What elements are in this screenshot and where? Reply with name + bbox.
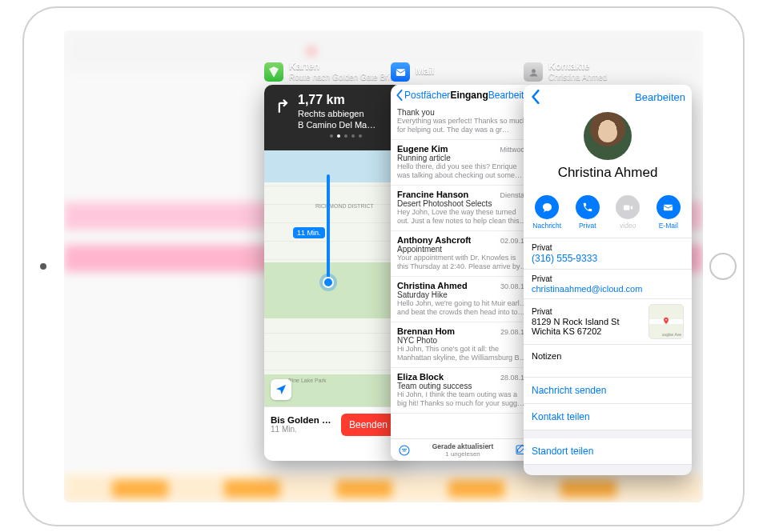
mail-subject: Appointment [397, 245, 528, 254]
stack-header-maps[interactable]: Karten Route nach Golden Gate Bri… [264, 58, 398, 86]
contact-action-call-label: Privat [579, 222, 596, 230]
svg-point-3 [532, 69, 536, 73]
mail-sender: Eugene Kim [397, 144, 448, 154]
maps-current-location-dot [323, 277, 334, 288]
maps-app-subtitle: Route nach Golden Gate Bri… [289, 73, 398, 82]
contact-action-call[interactable]: Privat [570, 195, 605, 230]
mail-subject: Team outing success [397, 382, 528, 390]
mail-filter-button[interactable] [397, 443, 412, 458]
camera-dot [40, 263, 46, 270]
ipad-screen: Karten Route nach Golden Gate Bri… 1,77 … [64, 30, 703, 502]
mail-subject: Saturday Hike [397, 290, 528, 299]
maps-page-dots[interactable] [298, 131, 394, 142]
location-arrow-icon [275, 383, 287, 396]
contact-address-row[interactable]: Privat 8129 N Rock Island St Wichita KS … [524, 299, 692, 345]
map-label-park: Pine Lake Park [288, 378, 326, 383]
contact-email-label: Privat [532, 274, 684, 283]
contacts-app-icon [524, 62, 543, 82]
turn-right-icon [271, 94, 291, 115]
maps-instruction: Rechts abbiegen B Camino Del Ma… [298, 109, 394, 131]
maps-eta-badge: 11 Min. [293, 227, 325, 238]
maps-app-icon [264, 62, 283, 82]
contact-navbar: Bearbeiten [524, 85, 692, 109]
stack-header-mail[interactable]: Mail [391, 58, 434, 86]
map-label-district: RICHMOND DISTRICT [315, 203, 374, 210]
contact-address-map-thumbnail[interactable]: ouglas Ave [649, 304, 684, 339]
mail-card[interactable]: Postfächer Eingang Bearbeit… Thank youEv… [391, 85, 535, 461]
mail-sender: Anthony Ashcroft [397, 235, 471, 245]
maps-footer: Bis Golden G… 11 Min. Beenden [264, 406, 402, 442]
mail-message-item[interactable]: Eliza Block28.08.19Team outing successHi… [391, 368, 535, 414]
maps-card[interactable]: 1,77 km Rechts abbiegen B Camino Del Ma…… [264, 85, 402, 461]
contact-action-message[interactable]: Nachricht [529, 195, 564, 230]
mail-sender: Christina Ahmed [397, 281, 468, 290]
mail-toolbar: Gerade aktualisiert 1 ungelesen [391, 438, 535, 461]
mail-message-item[interactable]: Eugene KimMittwochRunning articleHello t… [391, 140, 535, 186]
contact-map-street-label: ouglas Ave [662, 332, 681, 337]
contact-action-video-label: video [620, 222, 636, 230]
mail-status-unread: 1 ungelesen [412, 450, 514, 458]
mail-message-item[interactable]: Brennan Hom29.08.19NYC PhotoHi John, Thi… [391, 322, 535, 368]
contact-address-value: 8129 N Rock Island St Wichita KS 67202 [532, 317, 644, 336]
mail-message-item[interactable]: Thank youEverything was perfect! Thanks … [391, 104, 535, 140]
svg-rect-4 [624, 205, 630, 210]
contact-edit-button[interactable]: Bearbeiten [635, 91, 685, 103]
mail-app-name: Mail [416, 66, 434, 78]
contact-send-message-link[interactable]: Nachricht senden [524, 378, 692, 404]
filter-icon [397, 443, 412, 458]
mail-preview: Hello John, we're going to hit Muir earl… [397, 299, 528, 317]
svg-rect-0 [396, 69, 404, 76]
contact-name: Christina Ahmed [524, 165, 692, 181]
contacts-app-name: Kontakte [548, 62, 607, 73]
mail-preview: Hello there, did you see this? Enrique w… [397, 162, 528, 180]
contact-phone-label: Privat [532, 243, 684, 252]
stack-header-contacts[interactable]: Kontakte Christina Ahmed [524, 58, 607, 86]
contact-phone-row[interactable]: Privat (316) 555-9333 [524, 238, 692, 270]
mail-message-item[interactable]: Francine HansonDienstagDesert Photoshoot… [391, 186, 535, 231]
maps-direction-banner[interactable]: 1,77 km Rechts abbiegen B Camino Del Ma… [264, 85, 402, 150]
mail-subject: NYC Photo [397, 336, 528, 345]
mail-subject: Thank you [397, 108, 528, 117]
phone-icon [582, 202, 593, 213]
mail-message-item[interactable]: Christina Ahmed30.08.19Saturday HikeHell… [391, 277, 535, 322]
video-icon [622, 202, 634, 214]
mail-preview: Your appointment with Dr. Knowles is thi… [397, 254, 528, 271]
ipad-frame: Karten Route nach Golden Gate Bri… 1,77 … [22, 6, 745, 526]
mail-preview: Hi John, This one's got it all: the Manh… [397, 345, 528, 362]
contact-address-label: Privat [532, 307, 644, 316]
mail-back-button[interactable]: Postfächer [396, 90, 450, 101]
maps-end-button[interactable]: Beenden [341, 414, 396, 436]
mail-inbox-title: Eingang [450, 90, 488, 101]
mail-sender: Brennan Hom [397, 326, 455, 336]
svg-rect-5 [664, 204, 673, 210]
svg-point-1 [400, 446, 409, 455]
home-button[interactable] [709, 253, 737, 280]
envelope-icon [662, 202, 674, 214]
maps-distance: 1,77 km [298, 93, 394, 107]
contact-back-button[interactable] [530, 90, 541, 104]
map-pin-icon [662, 315, 670, 326]
contact-card[interactable]: Bearbeiten Christina Ahmed Nachricht Pri… [524, 85, 692, 475]
contact-action-video: video [610, 195, 645, 230]
contact-email-row[interactable]: Privat christinaahmed@icloud.com [524, 270, 692, 299]
message-icon [541, 202, 553, 214]
mail-message-list[interactable]: Thank youEverything was perfect! Thanks … [391, 104, 535, 438]
contact-share-location-link[interactable]: Standort teilen [524, 438, 692, 465]
contact-share-contact-link[interactable]: Kontakt teilen [524, 404, 692, 430]
mail-subject: Desert Photoshoot Selects [397, 199, 528, 208]
mail-status-updated: Gerade aktualisiert [412, 442, 514, 450]
contact-avatar[interactable] [584, 112, 632, 160]
chevron-left-icon [396, 90, 404, 101]
contact-notes-section[interactable]: Notizen [524, 345, 692, 378]
maps-destination-eta: 11 Min. [271, 425, 336, 434]
mail-sender: Eliza Block [397, 372, 444, 382]
contact-action-mail[interactable]: E-Mail [651, 195, 686, 230]
maps-map-area[interactable]: RICHMOND DISTRICT Pine Lake Park 11 Min. [264, 150, 402, 406]
mail-sender: Francine Hanson [397, 190, 468, 199]
contact-action-message-label: Nachricht [532, 222, 561, 230]
contact-header: Christina Ahmed [524, 109, 692, 189]
contact-action-mail-label: E-Mail [659, 222, 678, 230]
maps-locate-button[interactable] [271, 379, 291, 400]
mail-message-item[interactable]: Anthony Ashcroft02.09.19AppointmentYour … [391, 231, 535, 277]
chevron-left-icon [530, 90, 541, 104]
